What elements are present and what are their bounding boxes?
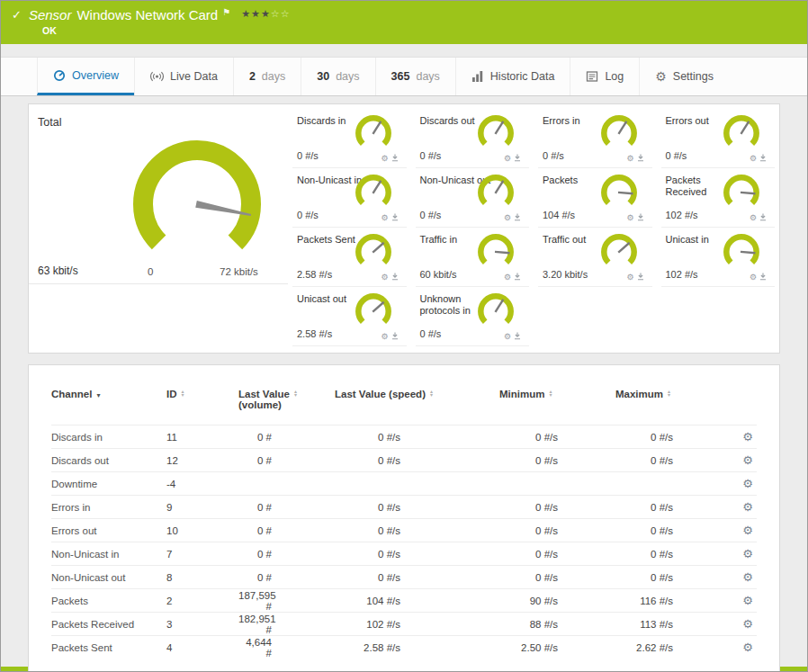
gauge-download-icon[interactable] [514, 154, 521, 164]
mini-gauge-traffic-out[interactable]: Traffic out3.20 kbit/s⚙ [538, 228, 652, 287]
gauge-download-icon[interactable] [391, 154, 399, 164]
cell-channel[interactable]: Errors out [51, 519, 166, 542]
tab-settings[interactable]: ⚙Settings [639, 58, 729, 95]
total-gauge-min: 0 [148, 266, 153, 277]
mini-gauge-packets[interactable]: Packets104 #/s⚙ [538, 168, 652, 228]
channel-settings-icon[interactable]: ⚙ [731, 519, 757, 542]
tab-label: Live Data [170, 70, 218, 83]
tab-2-days[interactable]: 2days [233, 58, 301, 95]
mini-gauge-unicast-in[interactable]: Unicast in102 #/s⚙ [661, 228, 776, 287]
cell-channel[interactable]: Non-Unicast out [51, 566, 166, 589]
gauge-download-icon[interactable] [391, 332, 399, 342]
tab-number: 30 [317, 70, 329, 83]
channel-settings-icon[interactable]: ⚙ [731, 613, 757, 636]
gauge-download-icon[interactable] [391, 213, 399, 223]
gauge-settings-icon[interactable]: ⚙ [504, 333, 511, 341]
gauge-download-icon[interactable] [637, 213, 644, 223]
col-header-maximum[interactable]: Maximum▴▾ [615, 389, 731, 426]
gauge-download-icon[interactable] [514, 213, 521, 223]
channel-settings-icon[interactable]: ⚙ [731, 589, 757, 613]
cell-channel[interactable]: Packets Sent [51, 636, 166, 659]
mini-gauge-discards-in[interactable]: Discards in0 #/s⚙ [292, 109, 407, 168]
gauge-settings-icon[interactable]: ⚙ [504, 155, 511, 163]
tab-365-days[interactable]: 365days [375, 58, 455, 95]
channel-settings-icon[interactable]: ⚙ [731, 472, 757, 496]
col-header-minimum[interactable]: Minimum▴▾ [499, 389, 615, 426]
gauge-download-icon[interactable] [391, 273, 399, 282]
cell-channel[interactable]: Discards out [51, 449, 166, 472]
cell-channel[interactable]: Discards in [51, 426, 166, 449]
mini-gauge-unicast-out[interactable]: Unicast out2.58 #/s⚙ [292, 287, 407, 346]
gauge-settings-icon[interactable]: ⚙ [750, 155, 757, 163]
channel-settings-icon[interactable]: ⚙ [731, 449, 757, 472]
channel-settings-icon[interactable]: ⚙ [731, 496, 757, 519]
gauge-settings-icon[interactable]: ⚙ [504, 273, 511, 282]
cell-maximum: 113 #/s [615, 613, 731, 636]
gauge-settings-icon[interactable]: ⚙ [750, 273, 757, 282]
cell-channel[interactable]: Errors in [51, 496, 166, 519]
gauge-dial: ⚙ [598, 231, 640, 283]
gauge-settings-icon[interactable]: ⚙ [504, 214, 511, 222]
tab-live-data[interactable]: Live Data [134, 58, 233, 95]
col-header-last-speed[interactable]: Last Value (speed)▴▾ [335, 389, 499, 426]
star-icon[interactable]: ★ [241, 8, 251, 19]
cell-channel[interactable]: Non-Unicast in [51, 542, 166, 566]
cell-maximum: 0 #/s [615, 542, 731, 566]
star-icon[interactable]: ☆ [271, 8, 281, 19]
cell-last-value-volume: 182,951 # [238, 613, 335, 636]
cell-last-value-speed: 0 #/s [335, 519, 499, 542]
mini-gauge-discards-out[interactable]: Discards out0 #/s⚙ [416, 109, 530, 168]
sensor-title: Windows Network Card [76, 7, 218, 22]
gauge-settings-icon[interactable]: ⚙ [626, 273, 633, 282]
gauge-download-icon[interactable] [759, 154, 767, 164]
mini-gauge-traffic-in[interactable]: Traffic in60 kbit/s⚙ [416, 228, 530, 287]
tab-30-days[interactable]: 30days [301, 58, 374, 95]
tab-overview[interactable]: Overview [37, 58, 134, 95]
mini-gauge-errors-in[interactable]: Errors in0 #/s⚙ [538, 109, 652, 168]
sensor-header: ✓ Sensor Windows Network Card ⚑ ★★★☆☆ OK [1, 1, 807, 44]
gauge-settings-icon[interactable]: ⚙ [381, 273, 388, 282]
tab-bar: OverviewLive Data2days30days365daysHisto… [1, 57, 807, 96]
star-icon[interactable]: ★ [261, 8, 271, 19]
gauge-download-icon[interactable] [637, 154, 644, 164]
gauge-label: Unicast in [666, 234, 709, 246]
channel-settings-icon[interactable]: ⚙ [731, 636, 757, 659]
gauge-settings-icon[interactable]: ⚙ [626, 214, 633, 222]
gauge-download-icon[interactable] [759, 213, 767, 223]
mini-gauge-packets-received[interactable]: Packets Received102 #/s⚙ [661, 168, 776, 228]
gauge-settings-icon[interactable]: ⚙ [381, 155, 388, 163]
gauge-download-icon[interactable] [759, 273, 767, 282]
gauge-settings-icon[interactable]: ⚙ [381, 214, 388, 222]
tab-label: Historic Data [490, 70, 555, 83]
mini-gauge-non-unicast-in[interactable]: Non-Unicast in0 #/s⚙ [292, 168, 407, 228]
gauge-settings-icon[interactable]: ⚙ [381, 333, 388, 341]
tab-historic-data[interactable]: Historic Data [455, 58, 570, 95]
gauge-download-icon[interactable] [637, 273, 644, 282]
channel-settings-icon[interactable]: ⚙ [731, 566, 757, 589]
gauge-value: 0 #/s [297, 210, 319, 220]
mini-gauge-grid: Discards in0 #/s⚙Discards out0 #/s⚙Error… [288, 104, 779, 353]
star-icon[interactable]: ★ [251, 8, 261, 19]
star-rating[interactable]: ★★★☆☆ [241, 8, 290, 20]
gauge-download-icon[interactable] [514, 273, 521, 282]
cell-last-value-volume [238, 472, 335, 496]
mini-gauge-packets-sent[interactable]: Packets Sent2.58 #/s⚙ [292, 228, 407, 287]
cell-channel[interactable]: Packets [51, 589, 166, 613]
flag-icon[interactable]: ⚑ [222, 7, 230, 17]
col-header-id[interactable]: ID▴▾ [166, 389, 238, 426]
col-header-channel[interactable]: Channel▾ [51, 389, 166, 426]
mini-gauge-errors-out[interactable]: Errors out0 #/s⚙ [661, 109, 776, 168]
channel-settings-icon[interactable]: ⚙ [731, 426, 757, 449]
gauge-settings-icon[interactable]: ⚙ [750, 214, 757, 222]
gauge-download-icon[interactable] [514, 332, 521, 342]
cell-channel[interactable]: Packets Received [51, 613, 166, 636]
gauge-settings-icon[interactable]: ⚙ [626, 155, 633, 163]
cell-last-value-volume: 187,595 # [238, 589, 335, 613]
star-icon[interactable]: ☆ [281, 8, 291, 19]
mini-gauge-non-unicast-out[interactable]: Non-Unicast out0 #/s⚙ [416, 168, 530, 228]
col-header-last-volume[interactable]: Last Value▴▾ (volume) [238, 389, 335, 426]
tab-log[interactable]: Log [570, 58, 639, 95]
mini-gauge-unknown-protocols-in[interactable]: Unknown protocols in0 #/s⚙ [416, 287, 530, 346]
cell-channel[interactable]: Downtime [51, 472, 166, 496]
channel-settings-icon[interactable]: ⚙ [731, 542, 757, 566]
